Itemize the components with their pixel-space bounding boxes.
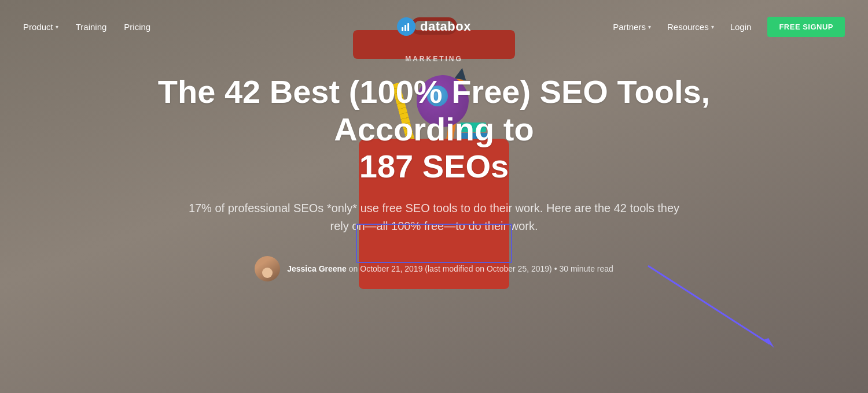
author-meta: Jessica Greene on October 21, 2019 (last… — [287, 264, 613, 273]
resources-chevron-icon: ▾ — [711, 24, 714, 30]
nav-logo[interactable]: databox — [397, 17, 471, 36]
nav-resources[interactable]: Resources ▾ — [667, 22, 714, 32]
nav-left: Product ▾ Training Pricing — [23, 22, 150, 32]
svg-rect-3 — [404, 25, 406, 31]
nav-training[interactable]: Training — [76, 22, 107, 32]
hero-title: The 42 Best (100% Free) SEO Tools, Accor… — [87, 73, 781, 185]
logo-text: databox — [420, 19, 471, 34]
navigation: Product ▾ Training Pricing databox — [0, 0, 868, 53]
hero-title-line2: 187 SEOs — [359, 148, 509, 184]
avatar-head — [262, 268, 273, 278]
nav-pricing[interactable]: Pricing — [124, 22, 150, 32]
hero-wrapper: Product ▾ Training Pricing databox — [0, 0, 868, 393]
hero-title-line1: The 42 Best (100% Free) SEO Tools, Accor… — [158, 73, 710, 147]
svg-rect-4 — [407, 23, 409, 31]
product-chevron-icon: ▾ — [56, 24, 58, 30]
nav-partners[interactable]: Partners ▾ — [613, 22, 651, 32]
hero-content: MARKETING The 42 Best (100% Free) SEO To… — [0, 53, 868, 393]
nav-right: Partners ▾ Resources ▾ Login FREE SIGNUP — [613, 17, 845, 37]
free-signup-button[interactable]: FREE SIGNUP — [767, 17, 845, 37]
bar-chart-icon — [401, 21, 411, 32]
svg-rect-2 — [402, 27, 403, 31]
author-avatar — [255, 256, 280, 281]
nav-product[interactable]: Product ▾ — [23, 22, 58, 32]
author-row: Jessica Greene on October 21, 2019 (last… — [255, 256, 613, 281]
author-name: Jessica Greene — [287, 264, 347, 273]
hero-subtitle: 17% of professional SEOs *only* use free… — [179, 199, 689, 235]
avatar-inner — [255, 256, 280, 281]
author-date: on October 21, 2019 (last modified on Oc… — [349, 264, 613, 273]
partners-chevron-icon: ▾ — [648, 24, 651, 30]
logo-icon — [397, 17, 415, 36]
nav-login[interactable]: Login — [730, 22, 752, 32]
category-label: MARKETING — [405, 55, 463, 63]
